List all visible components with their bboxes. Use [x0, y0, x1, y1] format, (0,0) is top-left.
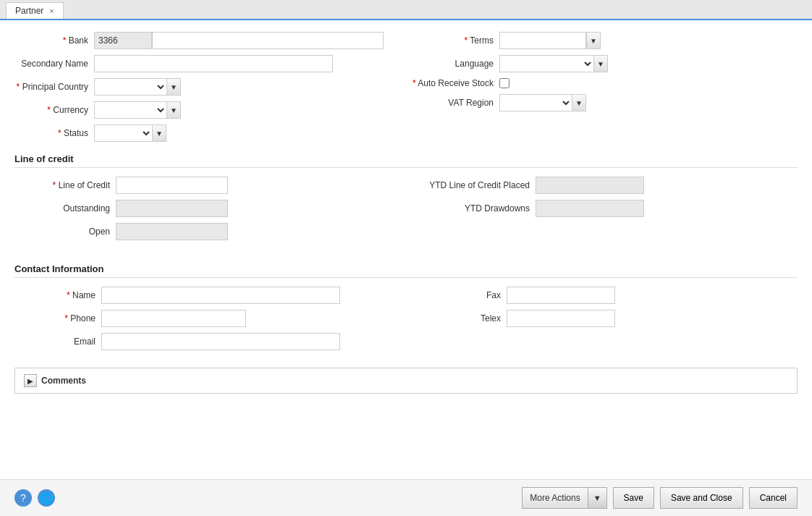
tab-bar: Partner × — [0, 0, 812, 20]
status-required: * — [58, 128, 62, 138]
bank-row: * Bank — [14, 32, 405, 49]
phone-input[interactable] — [101, 310, 246, 327]
line-of-credit-section: Line of credit * Line of Credit Outstand… — [14, 148, 798, 246]
ytd-placed-label: YTD Line of Credit Placed — [405, 180, 536, 190]
secondary-name-row: Secondary Name — [14, 55, 405, 72]
contact-right: Fax Telex — [420, 287, 798, 356]
vat-region-select[interactable] — [499, 94, 572, 111]
currency-label: * Currency — [14, 105, 94, 115]
loc-required: * — [53, 180, 56, 190]
open-input — [116, 223, 228, 240]
partner-window: Partner × * Bank Secondary Na — [0, 0, 812, 516]
telex-label: Telex — [420, 313, 507, 323]
comments-header[interactable]: ▶ Comments — [24, 374, 788, 387]
loc-section-header: Line of credit — [14, 148, 798, 167]
globe-icon[interactable]: 🌐 — [38, 489, 55, 507]
bank-name-input[interactable] — [152, 32, 384, 49]
terms-label: * Terms — [405, 35, 499, 46]
status-select-wrapper: ▼ — [94, 124, 166, 142]
email-input[interactable] — [101, 333, 340, 350]
tab-close-button[interactable]: × — [49, 7, 54, 15]
contact-grid: * Name * Phone Email — [14, 287, 798, 356]
comments-collapse-button[interactable]: ▶ — [24, 374, 37, 387]
line-of-credit-input[interactable] — [116, 177, 228, 194]
save-button[interactable]: Save — [613, 487, 654, 509]
principal-country-required: * — [17, 82, 20, 92]
tab-partner[interactable]: Partner × — [6, 2, 64, 19]
open-label: Open — [14, 227, 116, 237]
top-form: * Bank Secondary Name * Principal Countr… — [14, 32, 798, 148]
secondary-name-input[interactable] — [94, 55, 333, 72]
tab-label: Partner — [15, 6, 43, 16]
name-row: * Name — [14, 287, 420, 304]
globe-symbol: 🌐 — [39, 491, 54, 505]
auto-receive-checkbox[interactable] — [499, 78, 509, 88]
bank-label: * Bank — [14, 35, 94, 46]
vat-region-row: VAT Region ▼ — [405, 94, 798, 111]
outstanding-row: Outstanding — [14, 200, 405, 217]
currency-select-wrapper: ▼ — [94, 101, 181, 119]
main-content: * Bank Secondary Name * Principal Countr… — [0, 20, 812, 479]
outstanding-input — [116, 200, 228, 217]
terms-arrow[interactable]: ▼ — [586, 32, 601, 49]
principal-country-row: * Principal Country ▼ — [14, 78, 405, 96]
status-label: * Status — [14, 128, 94, 138]
name-label: * Name — [14, 290, 101, 300]
left-column: * Bank Secondary Name * Principal Countr… — [14, 32, 405, 148]
phone-required: * — [64, 313, 68, 323]
loc-line-label: * Line of Credit — [14, 180, 116, 190]
comments-section: ▶ Comments — [14, 368, 798, 394]
footer: ? 🌐 More Actions ▼ Save Save and Close C… — [0, 479, 812, 516]
loc-divider — [14, 167, 798, 168]
auto-receive-label: * Auto Receive Stock — [405, 78, 499, 88]
more-actions-arrow[interactable]: ▼ — [588, 487, 607, 509]
phone-label: * Phone — [14, 313, 101, 323]
contact-section-header: Contact Information — [14, 258, 798, 277]
bank-label-text: Bank — [69, 35, 88, 46]
principal-country-arrow[interactable]: ▼ — [166, 78, 181, 96]
terms-input[interactable] — [499, 32, 586, 49]
currency-arrow[interactable]: ▼ — [166, 101, 181, 119]
loc-left: * Line of Credit Outstanding Open — [14, 177, 405, 246]
loc-grid: * Line of Credit Outstanding Open — [14, 177, 798, 246]
save-close-button[interactable]: Save and Close — [660, 487, 743, 509]
contact-left: * Name * Phone Email — [14, 287, 420, 356]
status-row: * Status ▼ — [14, 124, 405, 142]
language-label: Language — [405, 59, 499, 69]
contact-section: Contact Information * Name * — [14, 258, 798, 356]
language-select[interactable] — [499, 55, 593, 72]
more-actions-button[interactable]: More Actions ▼ — [522, 487, 606, 509]
open-row: Open — [14, 223, 405, 240]
currency-select[interactable] — [94, 101, 166, 119]
principal-country-select-wrapper: ▼ — [94, 78, 181, 96]
more-actions-label[interactable]: More Actions — [522, 487, 587, 509]
collapse-icon: ▶ — [28, 377, 33, 385]
ytd-placed-row: YTD Line of Credit Placed — [405, 177, 798, 194]
help-icon[interactable]: ? — [14, 489, 32, 507]
telex-input[interactable] — [507, 310, 615, 327]
email-label: Email — [14, 337, 101, 347]
principal-country-select[interactable] — [94, 78, 166, 96]
ytd-drawdowns-label: YTD Drawdowns — [405, 203, 536, 213]
cancel-button[interactable]: Cancel — [749, 487, 798, 509]
secondary-name-label: Secondary Name — [14, 59, 94, 69]
ytd-placed-input — [536, 177, 644, 194]
currency-required: * — [47, 105, 51, 115]
language-arrow[interactable]: ▼ — [593, 55, 608, 72]
status-select[interactable] — [94, 124, 152, 142]
ytd-drawdowns-input — [536, 200, 644, 217]
vat-region-arrow[interactable]: ▼ — [572, 94, 586, 111]
status-arrow[interactable]: ▼ — [152, 124, 166, 142]
terms-wrapper: ▼ — [499, 32, 601, 49]
ytd-drawdowns-row: YTD Drawdowns — [405, 200, 798, 217]
name-required: * — [67, 290, 70, 300]
auto-receive-row: * Auto Receive Stock — [405, 78, 798, 88]
footer-icons: ? 🌐 — [14, 489, 55, 507]
fax-label: Fax — [420, 290, 507, 300]
terms-row: * Terms ▼ — [405, 32, 798, 49]
comments-title: Comments — [41, 376, 86, 386]
phone-row: * Phone — [14, 310, 420, 327]
contact-divider — [14, 277, 798, 278]
name-input[interactable] — [101, 287, 340, 304]
fax-input[interactable] — [507, 287, 615, 304]
